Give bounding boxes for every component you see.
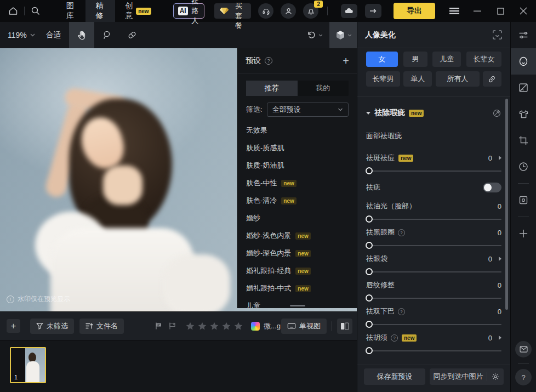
face-detect-icon[interactable] bbox=[492, 30, 503, 40]
sync-to-selected-button[interactable]: 同步到选中图片 bbox=[430, 368, 504, 385]
preset-item[interactable]: 肤质-奶油肌 bbox=[246, 157, 349, 174]
category-button-6[interactable]: 单人 bbox=[403, 71, 432, 87]
fit-to-screen-button[interactable]: 合适 bbox=[46, 30, 61, 40]
category-button-7[interactable]: 所有人 bbox=[436, 71, 480, 87]
preset-item[interactable]: 肤色-中性 new bbox=[246, 174, 349, 192]
scrollbar[interactable] bbox=[505, 99, 508, 310]
reset-icon[interactable] bbox=[492, 109, 501, 118]
star-icon[interactable] bbox=[197, 321, 207, 331]
preset-item[interactable]: 肤质-质感肌 bbox=[246, 139, 349, 157]
add-tool-button[interactable] bbox=[511, 220, 536, 247]
tab-retouch[interactable]: 精修 bbox=[85, 0, 115, 22]
slider[interactable] bbox=[366, 242, 501, 249]
expand-arrow-icon[interactable] bbox=[499, 336, 501, 340]
category-button-3[interactable]: 儿童 bbox=[432, 52, 461, 67]
help-icon[interactable]: ? bbox=[398, 229, 405, 236]
slider-thumb[interactable] bbox=[366, 215, 373, 223]
preset-item[interactable]: 婚礼跟拍-经典 new bbox=[246, 262, 349, 280]
share-export-icon[interactable] bbox=[365, 4, 381, 18]
section-remove-blemishes[interactable]: 祛除瑕疵 new bbox=[366, 108, 501, 118]
minimize-icon[interactable] bbox=[469, 3, 486, 19]
help-button[interactable]: ? bbox=[515, 369, 532, 385]
add-preset-button[interactable]: + bbox=[343, 55, 349, 66]
lens-tool-button[interactable] bbox=[511, 187, 536, 213]
toggle-switch[interactable] bbox=[483, 183, 501, 192]
slider[interactable] bbox=[366, 347, 501, 355]
category-button-4[interactable]: 长辈女 bbox=[466, 52, 501, 67]
category-button-2[interactable]: 男 bbox=[403, 52, 427, 67]
buy-package-button[interactable]: 购买套餐 bbox=[214, 3, 251, 19]
single-view-button[interactable]: 单视图 bbox=[281, 319, 327, 334]
hand-tool-button[interactable] bbox=[69, 22, 94, 48]
star-icon[interactable] bbox=[233, 321, 243, 331]
save-preset-button[interactable]: 保存新预设 bbox=[364, 368, 425, 385]
slider-thumb[interactable] bbox=[366, 321, 373, 328]
flag-pick-icon[interactable] bbox=[155, 322, 163, 330]
crop-tool-button[interactable] bbox=[511, 127, 536, 154]
preset-filter-select[interactable]: 全部预设 bbox=[267, 103, 349, 117]
slider[interactable] bbox=[366, 321, 501, 328]
slider-thumb[interactable] bbox=[366, 268, 373, 275]
exposure-tool-button[interactable] bbox=[511, 75, 536, 101]
zoom-level-dropdown[interactable]: 119% bbox=[8, 31, 35, 39]
notifications-bell-icon[interactable]: 2 bbox=[303, 3, 318, 19]
slider[interactable] bbox=[366, 268, 501, 276]
thumbnail-selected[interactable]: 1 bbox=[10, 347, 46, 383]
feedback-mail-button[interactable] bbox=[515, 341, 532, 357]
star-icon[interactable] bbox=[221, 321, 231, 331]
preset-item[interactable]: 无效果 bbox=[246, 122, 349, 139]
preview-3d-dropdown[interactable] bbox=[329, 22, 357, 48]
slider-thumb[interactable] bbox=[366, 167, 373, 174]
slider-thumb[interactable] bbox=[366, 242, 373, 249]
clothes-tool-button[interactable] bbox=[511, 101, 536, 127]
tab-recommended[interactable]: 推荐 bbox=[246, 81, 298, 96]
sort-button[interactable]: 文件名 bbox=[79, 319, 124, 334]
preset-item[interactable]: 婚纱 bbox=[246, 209, 349, 227]
preset-item[interactable]: 儿童 bbox=[246, 297, 349, 308]
undo-dropdown[interactable] bbox=[306, 30, 323, 40]
menu-icon[interactable] bbox=[446, 3, 463, 19]
close-icon[interactable] bbox=[515, 3, 532, 19]
slider-thumb[interactable] bbox=[366, 294, 373, 302]
user-account-icon[interactable] bbox=[281, 3, 296, 19]
ai-remove-passerby-button[interactable]: AI 祛路人 bbox=[173, 3, 204, 19]
portrait-tool-button[interactable] bbox=[511, 48, 536, 75]
support-headset-icon[interactable] bbox=[258, 3, 273, 19]
cloud-sync-icon[interactable] bbox=[341, 4, 357, 18]
preset-item[interactable]: 婚纱-浅色内景 new bbox=[246, 227, 349, 245]
slider[interactable] bbox=[366, 167, 501, 175]
star-icon[interactable] bbox=[185, 321, 195, 331]
gear-icon[interactable] bbox=[487, 373, 504, 380]
preset-item[interactable]: 婚纱-深色内景 new bbox=[246, 245, 349, 262]
add-photo-button[interactable]: + bbox=[7, 319, 20, 333]
export-button[interactable]: 导出 bbox=[394, 3, 435, 19]
tab-mine[interactable]: 我的 bbox=[298, 81, 349, 96]
category-button-5[interactable]: 长辈男 bbox=[366, 71, 400, 87]
help-icon[interactable]: ? bbox=[391, 334, 398, 342]
slider-thumb[interactable] bbox=[366, 347, 373, 354]
scroll-indicator[interactable] bbox=[290, 305, 305, 306]
star-icon[interactable] bbox=[209, 321, 219, 331]
tab-gallery[interactable]: 图库 bbox=[56, 0, 86, 22]
heal-bandaid-tool-button[interactable] bbox=[119, 22, 145, 48]
tab-creative[interactable]: 创意 new bbox=[115, 0, 161, 22]
home-icon[interactable] bbox=[8, 3, 19, 19]
split-view-button[interactable] bbox=[337, 319, 352, 334]
slider[interactable] bbox=[366, 215, 501, 223]
expand-arrow-icon[interactable] bbox=[499, 156, 501, 160]
adjustments-tool-button[interactable] bbox=[511, 22, 536, 48]
flag-reject-icon[interactable] bbox=[168, 322, 176, 330]
category-button-1[interactable]: 女 bbox=[366, 52, 398, 67]
history-tool-button[interactable] bbox=[511, 154, 536, 180]
help-icon[interactable]: ? bbox=[398, 308, 405, 315]
link-face-button[interactable] bbox=[483, 71, 501, 87]
maximize-icon[interactable] bbox=[492, 3, 509, 19]
filter-button[interactable]: 未筛选 bbox=[30, 319, 74, 334]
slider[interactable] bbox=[366, 294, 501, 302]
search-icon[interactable] bbox=[30, 3, 41, 19]
preset-item[interactable]: 婚礼跟拍-中式 new bbox=[246, 280, 349, 297]
color-label-icon[interactable] bbox=[251, 322, 260, 331]
preset-help-icon[interactable]: ? bbox=[265, 57, 272, 65]
expand-arrow-icon[interactable] bbox=[499, 257, 501, 261]
preset-item[interactable]: 肤色-清冷 new bbox=[246, 192, 349, 209]
